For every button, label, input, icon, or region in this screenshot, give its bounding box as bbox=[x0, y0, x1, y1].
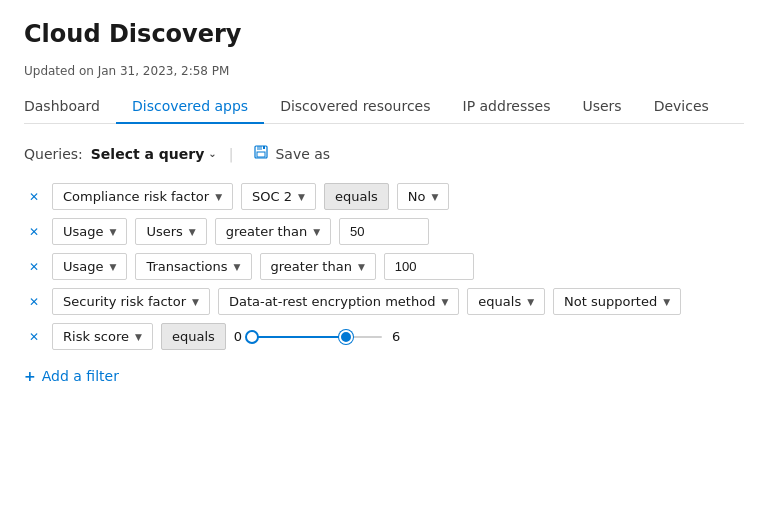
filter-4-field-dropdown[interactable]: Security risk factor ▼ bbox=[52, 288, 210, 315]
remove-filter-4-button[interactable]: ✕ bbox=[24, 292, 44, 312]
filter-2-field-dropdown[interactable]: Usage ▼ bbox=[52, 218, 127, 245]
svg-rect-3 bbox=[263, 146, 265, 149]
add-filter-label: Add a filter bbox=[42, 368, 119, 384]
page-container: Cloud Discovery Updated on Jan 31, 2023,… bbox=[0, 0, 768, 410]
filter-3-subfield-dropdown[interactable]: Transactions ▼ bbox=[135, 253, 251, 280]
filter-2-field-label: Usage bbox=[63, 224, 104, 239]
remove-filter-2-button[interactable]: ✕ bbox=[24, 222, 44, 242]
chevron-down-icon: ▼ bbox=[441, 297, 448, 307]
filters-container: ✕ Compliance risk factor ▼ SOC 2 ▼ equal… bbox=[24, 183, 744, 390]
svg-rect-2 bbox=[257, 152, 265, 157]
filter-row-4: ✕ Security risk factor ▼ Data-at-rest en… bbox=[24, 288, 744, 315]
filter-3-operator-dropdown[interactable]: greater than ▼ bbox=[260, 253, 376, 280]
divider: | bbox=[229, 146, 234, 162]
filter-1-field-label: Compliance risk factor bbox=[63, 189, 209, 204]
filter-4-subfield-dropdown[interactable]: Data-at-rest encryption method ▼ bbox=[218, 288, 459, 315]
filter-1-value-dropdown[interactable]: No ▼ bbox=[397, 183, 450, 210]
slider-thumb-start[interactable] bbox=[245, 330, 259, 344]
chevron-down-icon: ▼ bbox=[663, 297, 670, 307]
filter-row-3: ✕ Usage ▼ Transactions ▼ greater than ▼ bbox=[24, 253, 744, 280]
chevron-down-icon: ⌄ bbox=[208, 148, 216, 159]
save-as-label: Save as bbox=[275, 146, 330, 162]
filter-3-field-dropdown[interactable]: Usage ▼ bbox=[52, 253, 127, 280]
chevron-down-icon: ▼ bbox=[298, 192, 305, 202]
tab-users[interactable]: Users bbox=[566, 90, 637, 124]
slider-container: 0 6 bbox=[234, 327, 401, 347]
slider-thumb-end[interactable] bbox=[339, 330, 353, 344]
chevron-down-icon: ▼ bbox=[358, 262, 365, 272]
filter-3-subfield-label: Transactions bbox=[146, 259, 227, 274]
chevron-down-icon: ▼ bbox=[110, 262, 117, 272]
filter-3-field-label: Usage bbox=[63, 259, 104, 274]
filter-2-operator-label: greater than bbox=[226, 224, 307, 239]
slider-fill bbox=[252, 336, 346, 338]
risk-score-slider[interactable] bbox=[252, 327, 382, 347]
remove-filter-3-button[interactable]: ✕ bbox=[24, 257, 44, 277]
tab-devices[interactable]: Devices bbox=[638, 90, 725, 124]
filter-2-value-input[interactable] bbox=[339, 218, 429, 245]
filter-4-value-dropdown[interactable]: Not supported ▼ bbox=[553, 288, 681, 315]
filter-5-field-label: Risk score bbox=[63, 329, 129, 344]
tab-discovered-resources[interactable]: Discovered resources bbox=[264, 90, 446, 124]
tabs-bar: Dashboard Discovered apps Discovered res… bbox=[24, 90, 744, 124]
filter-3-value-input[interactable] bbox=[384, 253, 474, 280]
chevron-down-icon: ▼ bbox=[234, 262, 241, 272]
filter-3-operator-label: greater than bbox=[271, 259, 352, 274]
chevron-down-icon: ▼ bbox=[527, 297, 534, 307]
chevron-down-icon: ▼ bbox=[135, 332, 142, 342]
filter-4-subfield-label: Data-at-rest encryption method bbox=[229, 294, 435, 309]
queries-label: Queries: bbox=[24, 146, 83, 162]
remove-filter-1-button[interactable]: ✕ bbox=[24, 187, 44, 207]
chevron-down-icon: ▼ bbox=[110, 227, 117, 237]
filter-4-field-label: Security risk factor bbox=[63, 294, 186, 309]
tab-ip-addresses[interactable]: IP addresses bbox=[447, 90, 567, 124]
filter-5-operator-label: equals bbox=[172, 329, 215, 344]
filter-1-operator-label: equals bbox=[335, 189, 378, 204]
filter-1-subfield-label: SOC 2 bbox=[252, 189, 292, 204]
save-icon bbox=[253, 144, 269, 163]
chevron-down-icon: ▼ bbox=[189, 227, 196, 237]
tab-discovered-apps[interactable]: Discovered apps bbox=[116, 90, 264, 124]
filter-1-value-label: No bbox=[408, 189, 426, 204]
save-as-button[interactable]: Save as bbox=[245, 140, 338, 167]
filter-2-subfield-label: Users bbox=[146, 224, 182, 239]
chevron-down-icon: ▼ bbox=[192, 297, 199, 307]
svg-rect-1 bbox=[257, 146, 262, 150]
chevron-down-icon: ▼ bbox=[431, 192, 438, 202]
page-title: Cloud Discovery bbox=[24, 20, 744, 48]
queries-bar: Queries: Select a query ⌄ | Save as bbox=[24, 140, 744, 167]
filter-4-value-label: Not supported bbox=[564, 294, 657, 309]
plus-icon: + bbox=[24, 368, 36, 384]
filter-5-operator-dropdown[interactable]: equals bbox=[161, 323, 226, 350]
filter-4-operator-label: equals bbox=[478, 294, 521, 309]
select-query-dropdown[interactable]: Select a query ⌄ bbox=[91, 146, 217, 162]
select-query-label: Select a query bbox=[91, 146, 205, 162]
filter-row-2: ✕ Usage ▼ Users ▼ greater than ▼ bbox=[24, 218, 744, 245]
filter-1-field-dropdown[interactable]: Compliance risk factor ▼ bbox=[52, 183, 233, 210]
filter-4-operator-dropdown[interactable]: equals ▼ bbox=[467, 288, 545, 315]
slider-max-label: 6 bbox=[392, 329, 400, 344]
slider-min-label: 0 bbox=[234, 329, 242, 344]
filter-row-1: ✕ Compliance risk factor ▼ SOC 2 ▼ equal… bbox=[24, 183, 744, 210]
filter-1-subfield-dropdown[interactable]: SOC 2 ▼ bbox=[241, 183, 316, 210]
filter-2-operator-dropdown[interactable]: greater than ▼ bbox=[215, 218, 331, 245]
chevron-down-icon: ▼ bbox=[313, 227, 320, 237]
remove-filter-5-button[interactable]: ✕ bbox=[24, 327, 44, 347]
filter-5-field-dropdown[interactable]: Risk score ▼ bbox=[52, 323, 153, 350]
filter-1-operator-dropdown[interactable]: equals bbox=[324, 183, 389, 210]
updated-text: Updated on Jan 31, 2023, 2:58 PM bbox=[24, 64, 744, 78]
add-filter-button[interactable]: + Add a filter bbox=[24, 362, 744, 390]
tab-dashboard[interactable]: Dashboard bbox=[24, 90, 116, 124]
filter-2-subfield-dropdown[interactable]: Users ▼ bbox=[135, 218, 206, 245]
chevron-down-icon: ▼ bbox=[215, 192, 222, 202]
filter-row-5: ✕ Risk score ▼ equals 0 6 bbox=[24, 323, 744, 350]
